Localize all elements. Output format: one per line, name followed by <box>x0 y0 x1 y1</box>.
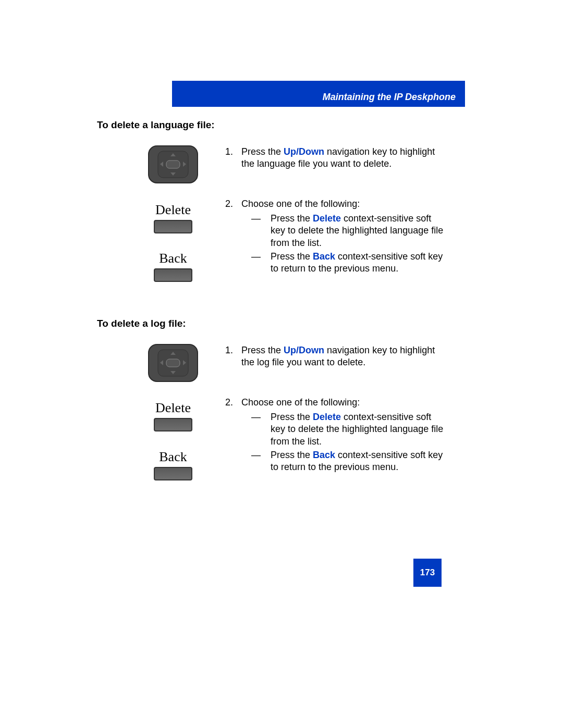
softkey-label-delete: Delete <box>142 202 204 218</box>
dash-bullet: — <box>251 449 268 461</box>
substep-delete-log: — Press the Delete context-sensitive sof… <box>251 411 449 448</box>
document-page: Maintaining the IP Deskphone To delete a… <box>0 0 563 728</box>
softkey-back-block: Back <box>142 449 204 480</box>
svg-rect-13 <box>166 359 180 367</box>
nav-pad-illustration <box>142 145 204 187</box>
navigation-pad-icon <box>148 145 199 184</box>
step-1-log: 1. Press the Up/Down navigation key to h… <box>225 344 449 369</box>
step-number: 2. <box>225 397 239 409</box>
step-text: Press the Up/Down navigation key to high… <box>241 146 447 170</box>
substep-text: Press the Delete context-sensitive soft … <box>271 213 448 249</box>
softkey-label-delete: Delete <box>142 400 204 416</box>
up-down-highlight: Up/Down <box>284 345 324 355</box>
substep-text: Press the Back context-sensitive soft ke… <box>271 449 448 474</box>
step-number: 2. <box>225 198 239 210</box>
substep-back-language: — Press the Back context-sensitive soft … <box>251 251 449 275</box>
step-text: Choose one of the following: <box>241 198 447 210</box>
softkey-button-icon <box>154 418 192 431</box>
page-number: 173 <box>413 559 442 587</box>
chapter-title: Maintaining the IP Deskphone <box>323 92 456 103</box>
step-number: 1. <box>225 344 239 356</box>
chapter-header-bar: Maintaining the IP Deskphone <box>172 81 465 107</box>
softkey-back-block: Back <box>142 251 204 282</box>
heading-delete-log-file: To delete a log file: <box>97 318 186 329</box>
nav-pad-illustration <box>142 343 204 385</box>
substep-text: Press the Delete context-sensitive soft … <box>271 411 448 448</box>
softkey-label-back: Back <box>142 449 204 465</box>
back-highlight: Back <box>313 450 335 460</box>
softkey-delete-block: Delete <box>142 202 204 233</box>
softkey-delete-block: Delete <box>142 400 204 431</box>
navigation-pad-icon <box>148 343 199 382</box>
substep-text: Press the Back context-sensitive soft ke… <box>271 251 448 275</box>
softkey-button-icon <box>154 268 192 282</box>
step-2-log: 2. Choose one of the following: <box>225 397 449 409</box>
back-highlight: Back <box>313 251 335 262</box>
substep-delete-language: — Press the Delete context-sensitive sof… <box>251 213 449 249</box>
dash-bullet: — <box>251 411 268 423</box>
softkey-button-icon <box>154 467 192 480</box>
substep-back-log: — Press the Back context-sensitive soft … <box>251 449 449 474</box>
delete-highlight: Delete <box>313 412 341 422</box>
up-down-highlight: Up/Down <box>284 146 324 157</box>
softkey-label-back: Back <box>142 251 204 266</box>
dash-bullet: — <box>251 251 268 263</box>
heading-delete-language-file: To delete a language file: <box>97 119 215 131</box>
step-1-language: 1. Press the Up/Down navigation key to h… <box>225 146 449 170</box>
delete-highlight: Delete <box>313 213 341 224</box>
step-2-language: 2. Choose one of the following: <box>225 198 449 210</box>
dash-bullet: — <box>251 213 268 225</box>
softkey-button-icon <box>154 220 192 233</box>
step-text: Press the Up/Down navigation key to high… <box>241 344 447 369</box>
svg-rect-6 <box>166 161 180 168</box>
step-text: Choose one of the following: <box>241 397 447 409</box>
step-number: 1. <box>225 146 239 158</box>
